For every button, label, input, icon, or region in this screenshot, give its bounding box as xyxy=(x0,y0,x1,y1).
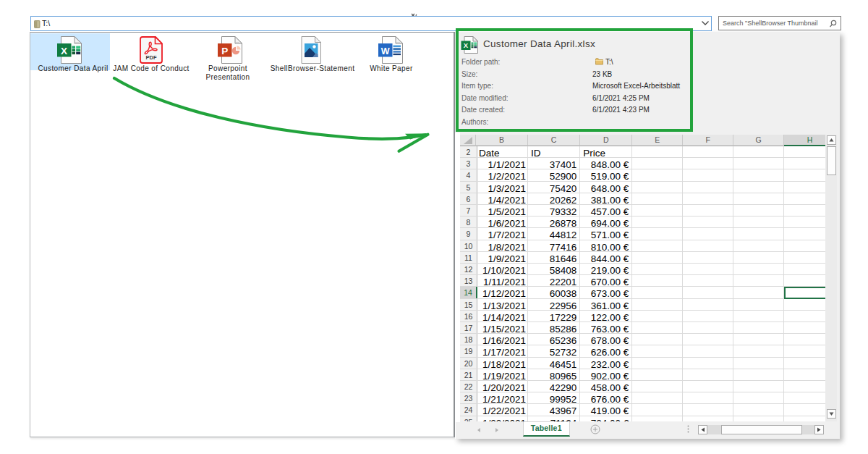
svg-text:X: X xyxy=(61,46,67,56)
svg-text:PDF: PDF xyxy=(146,54,157,61)
svg-text:W: W xyxy=(381,46,390,56)
svg-text:P: P xyxy=(221,46,228,56)
